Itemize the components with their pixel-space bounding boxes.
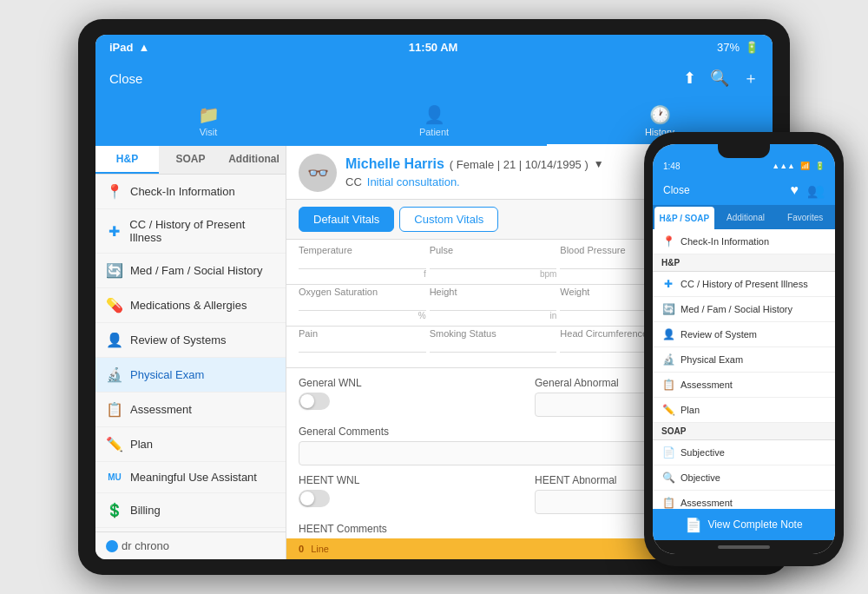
iphone-tab-hpsoap[interactable]: H&P / SOAP <box>654 207 714 229</box>
share-icon[interactable]: ⬆ <box>683 69 696 88</box>
iphone-heart-icon[interactable]: ♥ <box>791 182 799 199</box>
iphone-bottom-bar[interactable]: 📄 View Complete Note <box>653 509 835 540</box>
height-input[interactable] <box>430 297 557 311</box>
iphone-viewnote-label[interactable]: View Complete Note <box>707 518 802 531</box>
iphone-med-icon: 🔄 <box>661 303 675 315</box>
assessment-label: Assessment <box>130 403 192 416</box>
general-wnl-toggle[interactable] <box>299 393 330 410</box>
pulse-label: Pulse <box>430 245 557 255</box>
iphone-tabs: H&P / SOAP Additional Favorites <box>653 205 835 229</box>
vitals-tab-custom[interactable]: Custom Vitals <box>399 207 498 232</box>
iphone-people-icon[interactable]: 👥 <box>807 182 825 199</box>
battery-icon: 🔋 <box>745 41 759 54</box>
sidebar: H&P SOAP Additional 📍 Check-In Informati… <box>95 146 286 559</box>
patient-info: Michelle Harris ( Female | 21 | 10/14/19… <box>345 156 604 188</box>
pulse-input[interactable] <box>430 255 557 269</box>
sidebar-item-checkin[interactable]: 📍 Check-In Information <box>95 175 286 209</box>
assessment-icon: 📋 <box>106 401 123 418</box>
pain-input[interactable] <box>299 339 426 353</box>
oxygen-unit: % <box>299 311 426 320</box>
mu-label: Meaningful Use Assistant <box>130 471 257 484</box>
add-icon[interactable]: ＋ <box>743 68 759 89</box>
iphone-checkin-icon: 📍 <box>661 235 675 248</box>
search-icon[interactable]: 🔍 <box>710 69 729 88</box>
height-unit: in <box>430 311 557 320</box>
physical-label: Physical Exam <box>130 368 204 381</box>
iphone-tab-favorites[interactable]: Favorites <box>775 205 835 229</box>
close-button[interactable]: Close <box>109 71 142 86</box>
med-icon: 🔄 <box>106 262 123 279</box>
chevron-down-icon[interactable]: ▼ <box>594 158 604 170</box>
sidebar-item-physical[interactable]: 🔬 Physical Exam <box>95 358 286 393</box>
iphone-plan-label: Plan <box>681 405 700 415</box>
sidebar-item-medications[interactable]: 💊 Medications & Allergies <box>95 288 286 323</box>
iphone-tab-additional[interactable]: Additional <box>716 205 776 229</box>
med-label: Med / Fam / Social History <box>130 264 262 277</box>
nav-tab-patient-label: Patient <box>419 127 449 137</box>
iphone-item-med[interactable]: 🔄 Med / Fam / Social History <box>653 297 835 322</box>
sidebar-tab-hp[interactable]: H&P <box>95 146 159 174</box>
sidebar-item-billing[interactable]: 💲 Billing <box>95 493 286 528</box>
iphone-close-button[interactable]: Close <box>663 184 690 196</box>
iphone-time: 1:48 <box>663 162 680 171</box>
patient-left: 👓 Michelle Harris ( Female | 21 | 10/14/… <box>299 154 604 192</box>
patient-avatar: 👓 <box>299 154 337 192</box>
ros-label: Review of Systems <box>130 333 227 346</box>
iphone-item-assessment2[interactable]: 📋 Assessment <box>653 491 835 509</box>
checkin-label: Check-In Information <box>130 185 235 198</box>
iphone-item-checkin[interactable]: 📍 Check-In Information <box>653 229 835 254</box>
patient-cc-row: CC Initial consultation. <box>345 175 604 188</box>
iphone-ros-icon: 👤 <box>661 328 675 340</box>
line-label: Line <box>311 544 329 554</box>
iphone-item-cc[interactable]: ✚ CC / History of Present Illness <box>653 272 835 297</box>
top-bar-icons: ⬆ 🔍 ＋ <box>683 68 759 89</box>
iphone-menu: 📍 Check-In Information H&P ✚ CC / Histor… <box>653 229 835 509</box>
oxygen-label: Oxygen Saturation <box>299 287 426 297</box>
iphone-item-objective[interactable]: 🔍 Objective <box>653 465 835 491</box>
nav-tab-patient[interactable]: 👤 Patient <box>321 97 547 146</box>
general-wnl-label: General WNL <box>299 377 524 389</box>
sidebar-item-assessment[interactable]: 📋 Assessment <box>95 393 286 427</box>
sidebar-item-plan[interactable]: ✏️ Plan <box>95 427 286 462</box>
iphone-subjective-icon: 📄 <box>661 446 675 459</box>
ipad-status-left: iPad ▲ <box>109 41 149 54</box>
iphone-section-soap: SOAP <box>653 423 835 440</box>
temp-input[interactable] <box>299 255 426 269</box>
general-wnl-field: General WNL <box>299 377 524 417</box>
sidebar-item-med[interactable]: 🔄 Med / Fam / Social History <box>95 254 286 288</box>
cc-value[interactable]: Initial consultation. <box>367 175 460 188</box>
dr-chrono-brand: dr chrono <box>122 539 169 552</box>
vitals-oxygen: Oxygen Saturation % <box>299 287 426 320</box>
patient-details: ( Female | 21 | 10/14/1995 ) <box>450 158 589 171</box>
oxygen-input[interactable] <box>299 297 426 311</box>
iphone-item-subjective[interactable]: 📄 Subjective <box>653 440 835 465</box>
heent-wnl-toggle[interactable] <box>299 490 330 507</box>
sidebar-item-mu[interactable]: MU Meaningful Use Assistant <box>95 462 286 493</box>
iphone-screen: 1:48 ▲▲▲ 📶 🔋 Close ♥ 👥 H&P / SOAP Additi… <box>653 144 835 554</box>
iphone-item-ros[interactable]: 👤 Review of System <box>653 322 835 347</box>
ros-icon: 👤 <box>106 332 123 348</box>
mu-icon: MU <box>106 472 123 482</box>
sidebar-item-ros[interactable]: 👤 Review of Systems <box>95 323 286 358</box>
visit-icon: 📁 <box>198 104 220 125</box>
iphone-status-icons: ▲▲▲ 📶 🔋 <box>772 162 825 170</box>
smoking-input[interactable] <box>430 339 557 353</box>
vitals-tab-default[interactable]: Default Vitals <box>299 207 394 232</box>
iphone-cc-icon: ✚ <box>661 278 675 290</box>
iphone-battery-icon: 🔋 <box>815 162 825 170</box>
nav-tab-visit-label: Visit <box>200 127 218 137</box>
iphone-viewnote-icon: 📄 <box>685 517 702 533</box>
sidebar-item-cc[interactable]: ✚ CC / History of Present Illness <box>95 209 286 254</box>
iphone-assessment2-label: Assessment <box>681 498 733 508</box>
iphone-item-assessment[interactable]: 📋 Assessment <box>653 373 835 398</box>
nav-tab-visit[interactable]: 📁 Visit <box>95 97 321 146</box>
iphone-assessment-icon: 📋 <box>661 379 675 391</box>
iphone-item-plan[interactable]: ✏️ Plan <box>653 398 835 423</box>
vitals-pulse: Pulse bpm <box>430 245 557 279</box>
sidebar-tab-soap[interactable]: SOAP <box>159 146 222 174</box>
sidebar-tab-additional[interactable]: Additional <box>222 146 286 174</box>
ipad-battery: 37% 🔋 <box>717 41 759 54</box>
sidebar-tabs: H&P SOAP Additional <box>95 146 286 175</box>
iphone-item-physical[interactable]: 🔬 Physical Exam <box>653 347 835 373</box>
patient-name: Michelle Harris <box>345 156 444 172</box>
